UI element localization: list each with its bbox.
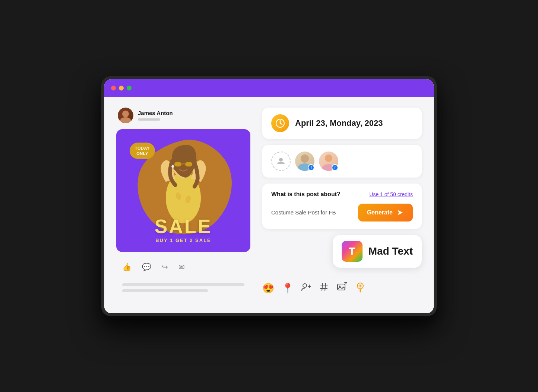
generate-button[interactable]: Generate xyxy=(358,204,413,222)
loading-bar-1 xyxy=(122,283,244,286)
app-window: James Anton TODAYONLY xyxy=(101,76,437,316)
location-icon[interactable]: 📍 xyxy=(282,283,294,294)
sale-main-text: SALE xyxy=(155,217,212,236)
generate-button-label: Generate xyxy=(367,209,393,216)
share-icon[interactable]: ↪ xyxy=(162,262,168,271)
hashtag-icon[interactable] xyxy=(319,282,329,295)
svg-rect-4 xyxy=(185,162,192,166)
man-account-wrapper[interactable]: f xyxy=(295,152,314,171)
right-panel: April 23, Monday, 2023 f xyxy=(262,108,422,303)
svg-point-14 xyxy=(303,284,307,287)
loading-bar-2 xyxy=(122,289,208,292)
mad-text-icon: T xyxy=(342,241,363,262)
titlebar xyxy=(104,79,434,97)
generate-input-row: Generate xyxy=(271,204,413,222)
mad-text-card[interactable]: T Mad Text xyxy=(333,235,422,268)
color-picker-icon[interactable] xyxy=(355,281,366,295)
date-text: April 23, Monday, 2023 xyxy=(295,118,383,128)
user-info: James Anton xyxy=(138,110,173,121)
date-card: April 23, Monday, 2023 xyxy=(262,108,422,139)
svg-point-27 xyxy=(360,285,361,287)
user-subtitle xyxy=(138,118,160,121)
generate-input[interactable] xyxy=(271,209,354,216)
action-row: 👍 💬 ↪ ✉ xyxy=(116,258,250,276)
generate-arrow-icon xyxy=(396,209,404,216)
today-only-badge: TODAYONLY xyxy=(130,143,155,159)
svg-line-11 xyxy=(280,123,282,124)
credits-link[interactable]: Use 1 of 50 credits xyxy=(369,191,413,197)
toolbar: 😍 📍 xyxy=(262,277,422,300)
post-card: TODAYONLY xyxy=(116,129,250,252)
svg-line-17 xyxy=(322,283,323,291)
like-icon[interactable]: 👍 xyxy=(122,262,132,271)
svg-rect-3 xyxy=(174,162,181,166)
avatar xyxy=(118,108,133,123)
generate-header: What is this post about? Use 1 of 50 cre… xyxy=(271,191,413,198)
mad-text-label: Mad Text xyxy=(368,245,413,257)
close-button[interactable] xyxy=(111,86,116,90)
window-body: James Anton TODAYONLY xyxy=(104,97,434,313)
svg-marker-13 xyxy=(398,210,403,215)
fb-badge-woman: f xyxy=(332,164,338,171)
emoji-icon[interactable]: 😍 xyxy=(262,283,274,294)
svg-point-6 xyxy=(171,165,174,168)
comment-icon[interactable]: 💬 xyxy=(142,262,151,271)
maximize-button[interactable] xyxy=(127,86,132,90)
user-name: James Anton xyxy=(138,110,173,116)
add-image-icon[interactable] xyxy=(337,282,347,295)
empty-account-avatar[interactable] xyxy=(271,152,291,171)
sale-sub-text: BUY 1 GET 2 SALE xyxy=(155,238,212,243)
clock-svg xyxy=(275,118,285,128)
loading-bars xyxy=(116,282,250,294)
svg-line-18 xyxy=(325,283,326,291)
generate-label: What is this post about? xyxy=(271,191,341,198)
woman-account-wrapper[interactable]: f xyxy=(319,152,338,171)
left-panel: James Anton TODAYONLY xyxy=(116,108,250,303)
user-row: James Anton xyxy=(116,108,250,123)
send-icon[interactable]: ✉ xyxy=(178,262,185,271)
person-placeholder-icon xyxy=(276,157,285,166)
sale-text-area: SALE BUY 1 GET 2 SALE xyxy=(155,217,212,252)
clock-icon xyxy=(271,114,289,132)
tag-person-icon[interactable] xyxy=(301,282,311,295)
today-badge-text: TODAYONLY xyxy=(135,146,150,156)
generate-card: What is this post about? Use 1 of 50 cre… xyxy=(262,184,422,229)
window-frame: James Anton TODAYONLY xyxy=(104,79,434,313)
svg-point-12 xyxy=(279,158,283,162)
accounts-card: f f xyxy=(262,145,422,178)
fb-badge-man: f xyxy=(308,164,314,171)
minimize-button[interactable] xyxy=(119,86,124,90)
